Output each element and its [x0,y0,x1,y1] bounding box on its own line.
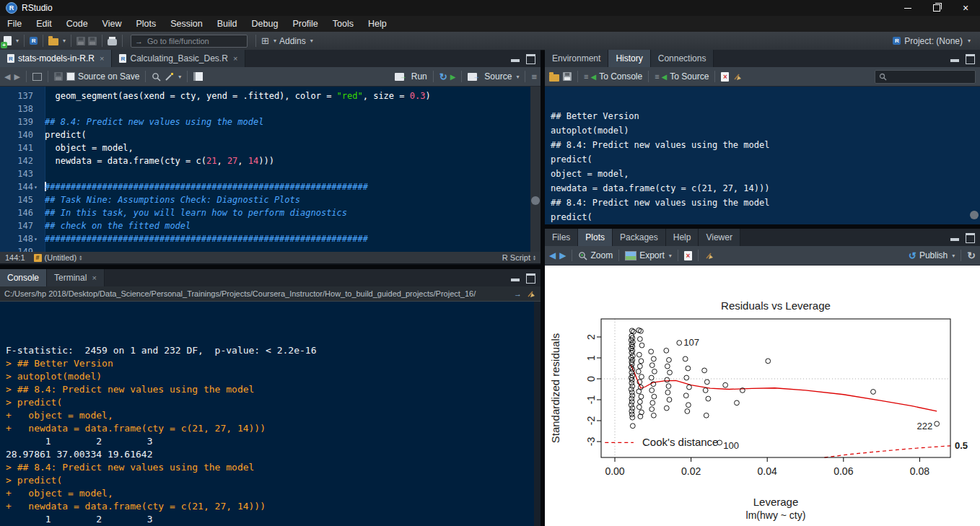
code-line[interactable]: 144▾####################################… [0,180,541,193]
goto-file-search[interactable]: → [131,35,248,48]
popout-icon[interactable] [32,73,42,81]
close-icon[interactable]: × [233,54,237,63]
goto-file-input[interactable] [146,36,234,46]
rerun-button[interactable]: ↻▶ [439,71,456,82]
checkbox-icon[interactable] [66,72,75,81]
code-line[interactable]: 142 newdata = data.frame(cty = c(21, 27,… [0,154,541,167]
code-line[interactable]: 137 geom_segment(aes(xend = cty, yend = … [0,89,541,102]
menu-item-view[interactable]: View [95,16,129,32]
addins-button[interactable]: ⊞ ▾ Addins ▾ [261,35,313,46]
publish-button[interactable]: ↺ Publish ▾ [909,250,955,261]
tab-help[interactable]: Help [666,229,699,246]
pane-maximize-icon[interactable] [966,233,975,243]
chevron-down-icon[interactable]: ▾ [63,38,66,44]
source-button[interactable]: Source ▾ [468,71,519,82]
history-entry[interactable]: ## 8.4: Predict new values using the mod… [551,196,980,210]
code-line[interactable]: 147## check on the fitted model [0,219,541,232]
code-line[interactable]: 140predict( [0,128,541,141]
previous-plot-icon[interactable]: ◀ [549,250,556,260]
console-scrollbar[interactable] [534,302,541,526]
save-history-button[interactable] [563,72,572,81]
load-history-button[interactable] [549,72,559,82]
back-icon[interactable]: ◀ [4,72,10,82]
code-line[interactable]: 138 [0,102,541,115]
goto-directory-icon[interactable]: → [514,289,522,298]
pane-maximize-icon[interactable] [526,54,535,64]
remove-entry-icon[interactable]: × [721,72,729,82]
menu-item-edit[interactable]: Edit [29,16,59,32]
project-selector[interactable]: R Project: (None) ▾ [893,36,976,46]
find-replace-button[interactable] [152,72,161,82]
history-entry[interactable]: ## 8.4: Predict new values using the mod… [551,138,980,152]
pane-minimize-icon[interactable] [511,276,520,282]
scrollbar-thumb[interactable] [970,211,979,219]
save-all-button[interactable] [88,37,97,45]
remove-plot-icon[interactable]: × [684,251,692,260]
save-button[interactable] [76,37,85,45]
close-button[interactable]: × [951,0,980,16]
tab-packages[interactable]: Packages [613,229,666,246]
console-output[interactable]: F-statistic: 2459 on 1 and 232 DF, p-val… [0,302,541,526]
chevron-down-icon[interactable]: ▾ [16,38,19,44]
menu-item-plots[interactable]: Plots [128,16,163,32]
filetype-selector[interactable]: R Script ▴▾ [502,253,535,262]
code-line[interactable]: 149 [0,245,541,252]
scrollbar-thumb[interactable] [531,196,540,205]
history-entry[interactable]: object = model, [551,167,980,181]
menu-item-debug[interactable]: Debug [245,16,286,32]
tab-environment[interactable]: Environment [545,50,608,67]
fold-arrow-icon[interactable]: ▾ [34,181,38,194]
history-search-input[interactable] [890,71,965,82]
run-button[interactable]: Run [395,71,427,82]
export-plot-button[interactable]: Export ▾ [625,250,672,260]
pane-minimize-icon[interactable] [511,56,520,63]
code-line[interactable]: 146## In this task, you will learn how t… [0,206,541,219]
code-line[interactable]: 139## 8.4: Predict new values using the … [0,115,541,128]
zoom-plot-button[interactable]: Zoom [578,250,613,260]
tab-viewer[interactable]: Viewer [699,229,740,246]
history-entry[interactable]: predict( [551,210,980,224]
tab-history[interactable]: History [608,50,650,67]
history-entry[interactable]: ## Better Version [551,109,980,123]
menu-item-help[interactable]: Help [361,16,394,32]
code-tools-button[interactable]: ▾ [165,72,181,82]
history-entry[interactable]: predict( [551,152,980,167]
menu-item-profile[interactable]: Profile [285,16,325,32]
restore-button[interactable] [922,0,951,16]
clear-history-icon[interactable] [732,71,743,82]
to-console-button[interactable]: ≡ ◀ To Console [584,71,642,82]
tab-calculating-basic-des-r[interactable]: RCalculating_Basic_Des.R× [112,50,245,67]
tab-terminal[interactable]: Terminal× [47,269,105,286]
editor-scrollbar[interactable] [530,87,541,252]
menu-item-session[interactable]: Session [163,16,209,32]
save-source-button[interactable] [54,72,63,81]
open-file-button[interactable]: ▾ [48,36,66,45]
code-editor[interactable]: 137 geom_segment(aes(xend = cty, yend = … [0,87,541,252]
clear-plots-icon[interactable] [704,250,714,260]
pane-minimize-icon[interactable] [950,235,959,242]
menu-item-code[interactable]: Code [59,16,95,32]
tab-plots[interactable]: Plots [578,229,613,246]
document-outline-icon[interactable]: ≡ [531,71,536,82]
to-source-button[interactable]: ≡ ◀ To Source [655,71,709,82]
print-button[interactable] [108,37,117,45]
new-project-button[interactable]: R [30,37,38,45]
fold-arrow-icon[interactable]: ▾ [34,233,38,246]
minimize-button[interactable] [893,0,922,16]
code-line[interactable]: 148▾####################################… [0,232,541,245]
history-entry[interactable]: autoplot(model) [551,123,980,138]
clear-console-icon[interactable] [526,289,536,299]
close-icon[interactable]: × [92,273,96,282]
compile-report-button[interactable] [193,72,203,81]
menu-item-build[interactable]: Build [210,16,245,32]
refresh-plot-icon[interactable]: ↻ [967,250,976,261]
history-list[interactable]: ## Better Versionautoplot(model)## 8.4: … [545,87,980,224]
tab-stats-models-in-r-r[interactable]: Rstats-models-in-R.R× [0,50,112,67]
chunk-selector[interactable]: # (Untitled) ▴▾ [34,253,82,262]
source-on-save-toggle[interactable]: Source on Save [66,71,139,82]
menu-item-file[interactable]: File [0,16,29,32]
next-plot-icon[interactable]: ▶ [559,250,566,260]
tab-files[interactable]: Files [545,229,578,246]
pane-maximize-icon[interactable] [966,54,975,64]
menu-item-tools[interactable]: Tools [325,16,361,32]
